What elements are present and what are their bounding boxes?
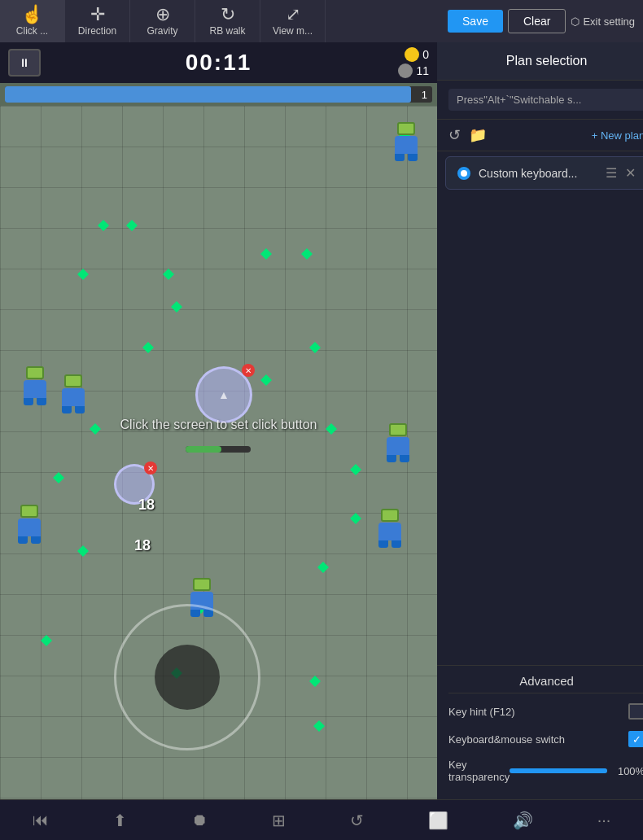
keyboard-mouse-checkbox[interactable]: ✓ — [628, 731, 643, 747]
bottom-icon-4[interactable]: ↺ — [350, 811, 364, 830]
toolbar-direction-label: Direction — [78, 25, 116, 37]
plan-close-icon[interactable]: ✕ — [625, 165, 636, 181]
health-bar — [186, 446, 251, 453]
viewm-icon: ⤢ — [286, 6, 300, 24]
toolbar-gravity-label: Gravity — [147, 25, 177, 37]
keyboard-mouse-label: Keyboard&mouse switch — [448, 733, 628, 746]
plan-name: Custom keyboard... — [479, 167, 597, 180]
main-area: ⏸ 00:11 0 11 1 — [0, 42, 643, 799]
zombie-leg-3a — [62, 406, 72, 413]
game-canvas[interactable]: ✕ ▲ ✕ Click the screen to set click butt… — [0, 106, 437, 799]
zombie-body-2 — [24, 380, 46, 398]
zombie-legs-3 — [62, 406, 85, 413]
progress-fill — [5, 86, 411, 103]
zombie-head-7 — [193, 578, 211, 591]
zombie-leg-2a — [24, 398, 33, 405]
zombie-leg-5b — [391, 540, 401, 548]
rbwalk-icon: ↻ — [221, 6, 235, 24]
toolbar-rbwalk[interactable]: ↻ RB walk — [195, 0, 260, 42]
bottom-icon-7[interactable]: ··· — [597, 811, 611, 829]
plan-search-text: Press"Alt+`"Switchable s... — [448, 89, 643, 111]
bottom-icon-2[interactable]: ⏺ — [191, 811, 208, 829]
zombie-bottom-right — [375, 509, 405, 548]
toolbar-actions: Save Clear ⬡ Exit setting — [440, 0, 643, 42]
refresh-icon-button[interactable]: ↺ — [448, 126, 461, 144]
joystick-center — [155, 645, 220, 710]
toolbar-viewm-label: View m... — [273, 25, 313, 37]
plan-menu-icon[interactable]: ☰ — [606, 165, 617, 181]
pause-icon: ⏸ — [19, 56, 30, 69]
transparency-slider-track[interactable] — [510, 768, 607, 773]
zombie-head-1 — [397, 122, 415, 135]
zombie-legs-2 — [24, 398, 46, 405]
score-skull-row: 11 — [398, 63, 429, 78]
toolbar-click-label: Click ... — [16, 25, 48, 37]
score-skull-value: 11 — [416, 64, 429, 77]
toolbar-direction[interactable]: ✛ Direction — [65, 0, 130, 42]
bottom-icon-3[interactable]: ⊞ — [272, 811, 286, 830]
game-timer: 00:11 — [186, 50, 252, 76]
zombie-leg-2b — [37, 398, 46, 405]
click-btn-close-1[interactable]: ✕ — [242, 364, 255, 377]
advanced-section: Advanced Key hint (F12) Keyboard&mouse s… — [437, 665, 643, 799]
clear-button[interactable]: Clear — [508, 9, 566, 33]
click-icon: ☝ — [21, 6, 43, 24]
bottom-icon-1[interactable]: ⬆ — [113, 811, 127, 830]
toolbar-rbwalk-label: RB walk — [209, 25, 245, 37]
new-plan-button[interactable]: + New plan — [592, 129, 643, 142]
damage-num-1: 18 — [138, 497, 155, 514]
zombie-body-5 — [378, 523, 401, 540]
exit-setting-button[interactable]: ⬡ Exit setting — [571, 15, 635, 28]
transparency-value: 100% — [612, 765, 643, 777]
key-hint-checkbox[interactable] — [628, 703, 643, 720]
top-toolbar: ☝ Click ... ✛ Direction ⊕ Gravity ↻ RB w… — [0, 0, 643, 42]
zombie-head-2 — [26, 366, 44, 379]
plan-selection-header: Plan selection — [437, 42, 643, 81]
zombie-legs-6 — [18, 536, 41, 544]
zombie-body-6 — [18, 518, 41, 536]
zombie-legs-4 — [387, 455, 409, 462]
zombie-leg-4a — [387, 455, 396, 462]
zombie-leg-1a — [395, 154, 405, 161]
save-button[interactable]: Save — [448, 10, 503, 33]
toolbar-click[interactable]: ☝ Click ... — [0, 0, 65, 42]
toolbar-viewm[interactable]: ⤢ View m... — [260, 0, 326, 42]
score-coin-row: 0 — [405, 47, 429, 62]
zombie-leg-6a — [18, 536, 28, 544]
click-btn-close-2[interactable]: ✕ — [144, 462, 157, 475]
transparency-slider-fill — [510, 768, 607, 773]
progress-label: 1 — [422, 89, 427, 101]
bottom-icon-5[interactable]: ⬜ — [428, 811, 448, 830]
folder-icon-button[interactable]: 📁 — [469, 126, 487, 144]
pause-button[interactable]: ⏸ — [8, 49, 41, 77]
zombie-left-1 — [20, 366, 50, 405]
gravity-icon: ⊕ — [155, 6, 170, 24]
game-hud: ⏸ 00:11 0 11 — [0, 42, 437, 83]
zombie-legs-5 — [378, 540, 401, 548]
toolbar-gravity[interactable]: ⊕ Gravity — [130, 0, 195, 42]
game-panel: ⏸ 00:11 0 11 1 — [0, 42, 437, 799]
plan-radio-inner — [461, 170, 467, 177]
zombie-head-6 — [20, 505, 38, 518]
plan-search-area: Press"Alt+`"Switchable s... — [437, 81, 643, 120]
progress-bar: 1 — [5, 86, 432, 103]
advanced-header: Advanced — [448, 674, 643, 693]
zombie-head-4 — [389, 423, 407, 436]
click-button-1[interactable]: ✕ ▲ — [195, 366, 252, 423]
bottom-toolbar: ⏮ ⬆ ⏺ ⊞ ↺ ⬜ 🔊 ··· — [0, 799, 643, 840]
click-btn-arrow: ▲ — [218, 388, 230, 401]
key-hint-row: Key hint (F12) — [448, 703, 643, 720]
transparency-label: Key transparency — [448, 759, 510, 783]
zombie-legs-1 — [395, 154, 418, 161]
bottom-icon-6[interactable]: 🔊 — [513, 811, 533, 830]
exit-label: Exit setting — [583, 15, 635, 28]
plan-item-1[interactable]: Custom keyboard... ☰ ✕ — [445, 156, 643, 190]
zombie-head-5 — [381, 509, 399, 522]
direction-icon: ✛ — [90, 6, 105, 24]
joystick-area[interactable] — [114, 604, 260, 750]
plan-radio[interactable] — [457, 167, 470, 180]
bottom-icon-0[interactable]: ⏮ — [33, 811, 49, 829]
zombie-head-3 — [64, 374, 82, 387]
health-fill — [186, 446, 221, 453]
zombie-leg-1b — [408, 154, 418, 161]
